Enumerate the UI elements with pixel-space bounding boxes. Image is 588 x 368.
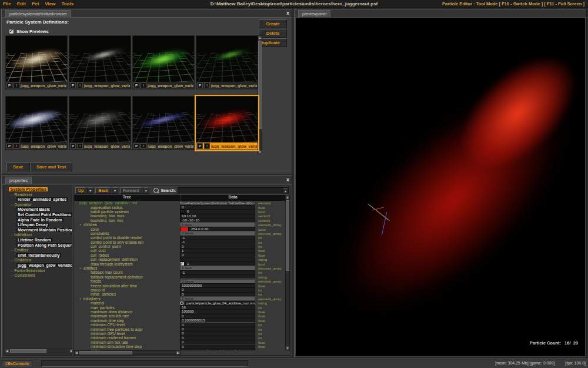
system-tree-hscrollbar[interactable]: ◀ ▶: [5, 349, 72, 353]
up-button[interactable]: Up ▾: [75, 187, 93, 194]
system-tree-item-label[interactable]: Lifespan Decay: [16, 223, 49, 227]
create-button[interactable]: Create: [259, 19, 287, 28]
thumbnail-cell[interactable]: P ! jugg_weapon_glow_variation_i: [5, 35, 68, 89]
menu-pet[interactable]: Pet: [29, 1, 42, 6]
tree-column-header[interactable]: Tree: [74, 195, 181, 201]
expander-icon[interactable]: +: [79, 297, 83, 301]
scroll-down-icon[interactable]: ▼: [286, 346, 289, 350]
thumbnail-image[interactable]: [196, 97, 258, 142]
warning-button[interactable]: !: [204, 82, 210, 88]
save-and-test-button[interactable]: Save and Test: [30, 163, 72, 171]
warning-button[interactable]: !: [141, 143, 146, 149]
system-tree-item[interactable]: Lifetime Random: [4, 238, 72, 243]
tab-particlesystemdefinitionbrowser[interactable]: particlesystemdefinitionbrowser: [5, 10, 71, 18]
attribute-table-vscrollbar[interactable]: ▲ ▼: [285, 195, 290, 350]
show-previews-checkbox[interactable]: Show Previews: [9, 29, 49, 34]
close-icon[interactable]: x: [286, 9, 289, 16]
system-tree-item-label[interactable]: Renderer: [14, 193, 32, 197]
system-tree-item-label[interactable]: Movement Maintain Position: [16, 228, 72, 232]
system-tree-item[interactable]: Initializer: [4, 233, 72, 238]
system-tree-item[interactable]: Emitter: [4, 248, 72, 253]
system-tree-item-label[interactable]: ForceGenerator: [14, 268, 45, 273]
thumbnail-label[interactable]: jugg_weapon_glow_variation_l: [21, 144, 66, 148]
preview-toggle-button[interactable]: P: [6, 82, 12, 88]
value-field[interactable]: jugg_weapon_glow_variation_red: [180, 349, 255, 350]
warning-button[interactable]: !: [14, 143, 19, 149]
menu-file[interactable]: File: [0, 1, 14, 6]
system-tree-item-label[interactable]: Initializer: [14, 233, 32, 237]
checkbox-icon[interactable]: [9, 29, 14, 34]
expander-icon[interactable]: +: [79, 266, 83, 270]
system-tree-item-label[interactable]: Movement Basic: [16, 207, 51, 211]
thumbnail-image[interactable]: [6, 97, 67, 142]
forward-button[interactable]: Forward ▾: [120, 187, 149, 194]
preview-toggle-button[interactable]: P: [133, 82, 139, 88]
preview-toggle-button[interactable]: P: [6, 143, 12, 149]
system-tree-item-label[interactable]: Position Along Path Sequential: [16, 243, 72, 247]
back-button[interactable]: Back ▾: [95, 187, 118, 194]
scrollbar-thumb[interactable]: [286, 200, 289, 271]
system-tree-item[interactable]: Alpha Fade In Random: [4, 218, 72, 223]
system-tree-item-label[interactable]: Constraint: [14, 273, 35, 277]
system-tree-item-label[interactable]: Alpha Fade In Random: [16, 218, 64, 222]
thumbnail-label[interactable]: jugg_weapon_glow_variation_red: [211, 144, 257, 148]
expander-icon[interactable]: +: [79, 223, 83, 227]
scroll-left-icon[interactable]: ◀: [75, 351, 78, 354]
thumbnail-image[interactable]: [69, 97, 131, 142]
thumbnail-image[interactable]: [133, 97, 194, 142]
data-column-header[interactable]: Data: [181, 195, 285, 201]
system-tree-item-label[interactable]: render_animated_sprites: [16, 197, 68, 201]
system-tree-item[interactable]: System Properties: [4, 187, 72, 193]
system-tree-item-label[interactable]: jugg_weapon_glow_variatio: [16, 263, 72, 267]
back-label[interactable]: Back: [95, 187, 111, 194]
chevron-down-icon[interactable]: ▾: [87, 187, 93, 194]
system-tree-item-label[interactable]: Children: [14, 258, 31, 262]
system-tree-item[interactable]: Set Control Point Positions: [4, 213, 72, 218]
thumbnail-label[interactable]: jugg_weapon_glow_variation_i: [148, 84, 193, 88]
system-tree-item[interactable]: Renderer: [4, 193, 72, 198]
chevron-down-icon[interactable]: ▾: [283, 188, 288, 194]
console-tab[interactable]: #BxConsole: [2, 360, 32, 367]
chevron-down-icon[interactable]: ▾: [112, 187, 118, 194]
thumbnail-label[interactable]: jugg_weapon_glow_variation_l: [148, 144, 193, 148]
system-tree-item-label[interactable]: Set Control Point Positions: [16, 213, 72, 217]
thumbnail-label[interactable]: jugg_weapon_glow_variation_l: [84, 144, 130, 148]
preview-toggle-button[interactable]: P: [70, 82, 76, 88]
system-tree-item[interactable]: render_animated_sprites: [4, 197, 72, 203]
particle-preview-viewport[interactable]: Particle Count:16/ 20: [296, 18, 585, 356]
system-tree-item[interactable]: Operator: [4, 203, 72, 208]
thumbnail-cell[interactable]: P ! jugg_weapon_glow_variation_red: [196, 96, 258, 150]
system-tree-item[interactable]: Children: [4, 258, 72, 263]
console-input[interactable]: [41, 360, 248, 367]
scroll-up-icon[interactable]: ▲: [286, 195, 289, 199]
tab-previewpanel[interactable]: previewpanel: [298, 10, 330, 18]
menu-edit[interactable]: Edit: [14, 1, 29, 6]
scroll-left-icon[interactable]: ◀: [5, 349, 9, 353]
scrollbar-thumb[interactable]: [79, 351, 132, 354]
value-checkbox[interactable]: [180, 209, 185, 214]
system-tree-item-label[interactable]: Operator: [14, 203, 32, 207]
expander-icon[interactable]: -: [75, 201, 79, 205]
system-tree-item[interactable]: Position Along Path Sequential: [4, 243, 72, 248]
menu-view[interactable]: View: [42, 1, 58, 6]
close-icon[interactable]: x: [286, 176, 289, 183]
system-tree-item-label[interactable]: System Properties: [9, 187, 47, 191]
delete-button[interactable]: Delete: [259, 29, 287, 38]
thumbnail-image[interactable]: [69, 36, 131, 82]
tab-properties[interactable]: properties: [5, 177, 32, 184]
thumbnail-cell[interactable]: P ! jugg_weapon_glow_variation_l: [5, 96, 68, 150]
warning-button[interactable]: !: [77, 143, 83, 149]
warning-button[interactable]: !: [77, 82, 83, 88]
thumbnail-cell[interactable]: P ! jugg_weapon_glow_variation_l: [69, 96, 131, 150]
system-tree-item[interactable]: ForceGenerator: [4, 268, 72, 274]
warning-button[interactable]: !: [204, 143, 210, 149]
thumbnail-cell[interactable]: P ! jugg_weapon_glow_variation_i: [69, 35, 131, 89]
scrollbar-thumb[interactable]: [10, 349, 46, 353]
scroll-down-icon[interactable]: ▼: [258, 150, 262, 154]
thumbnail-image[interactable]: [133, 36, 194, 82]
thumbnail-label[interactable]: jugg_weapon_glow_variation_i: [21, 84, 66, 88]
system-tree-item-label[interactable]: Lifetime Random: [16, 238, 52, 242]
system-tree-item[interactable]: Movement Maintain Position: [4, 228, 72, 233]
up-label[interactable]: Up: [75, 187, 86, 194]
system-tree-item[interactable]: Constraint: [4, 273, 72, 279]
